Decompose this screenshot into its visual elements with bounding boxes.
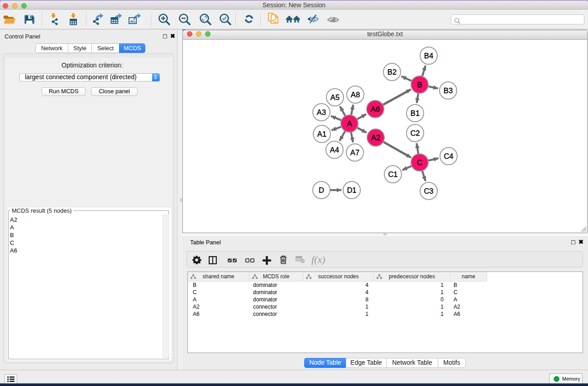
svg-text:C4: C4 — [444, 152, 453, 161]
svg-text:D1: D1 — [347, 186, 356, 195]
svg-text:A4: A4 — [330, 146, 339, 154]
svg-text:A6: A6 — [371, 105, 380, 114]
svg-text:A1: A1 — [317, 130, 326, 138]
svg-text:A8: A8 — [351, 91, 360, 99]
svg-text:C2: C2 — [410, 129, 420, 138]
svg-text:A2: A2 — [371, 133, 380, 142]
svg-text:A3: A3 — [317, 108, 326, 117]
svg-text:C: C — [417, 158, 422, 167]
svg-text:A5: A5 — [330, 93, 339, 102]
svg-text:C3: C3 — [424, 187, 433, 195]
svg-text:C1: C1 — [388, 170, 397, 179]
svg-text:A7: A7 — [350, 148, 359, 157]
svg-text:B: B — [417, 81, 422, 89]
svg-text:B2: B2 — [387, 68, 397, 76]
svg-text:B3: B3 — [444, 86, 453, 95]
svg-text:D: D — [319, 186, 324, 195]
svg-text:B4: B4 — [424, 52, 433, 60]
svg-text:A: A — [347, 119, 352, 128]
svg-text:B1: B1 — [411, 109, 420, 118]
